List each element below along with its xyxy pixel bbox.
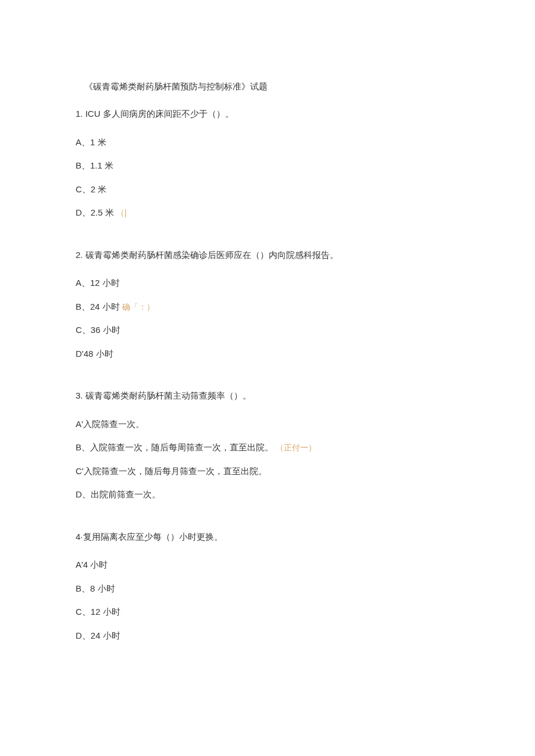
q3-option-d: D、出院前筛查一次。: [76, 488, 459, 501]
q1-option-d-text: D、2.5 米: [76, 207, 114, 217]
q4-option-a: A'4 小时: [76, 558, 459, 572]
question-4: 4·复用隔离衣应至少每（）小时更换。: [76, 531, 459, 544]
q1-option-c: C、2 米: [76, 183, 459, 196]
q2-option-d: D'48 小时: [76, 347, 459, 361]
q4-option-d: D、24 小时: [76, 629, 459, 643]
q1-option-b: B、1.1 米: [76, 159, 459, 173]
q3-option-b-annotation: （正付一）: [276, 443, 316, 452]
q4-option-c: C、12 小时: [76, 605, 459, 619]
q2-option-c: C、36 小时: [76, 324, 459, 337]
q1-option-d: D、2.5 米 （|: [76, 206, 459, 220]
document-title: 《碳青霉烯类耐药肠杆菌预防与控制标准》试题: [76, 81, 459, 92]
question-2: 2. 碳青霉烯类耐药肠杆菌感染确诊后医师应在（）内向院感科报告。: [76, 249, 459, 262]
question-3: 3. 碳青霉烯类耐药肠杆菌主动筛查频率（）。: [76, 389, 459, 403]
q1-option-d-annotation: （|: [116, 208, 127, 217]
q3-option-a: A'入院筛查一次。: [76, 418, 459, 431]
q4-option-b: B、8 小时: [76, 582, 459, 596]
q2-option-b: B、24 小时 确「：）: [76, 300, 459, 314]
q3-option-b: B、入院筛查一次，随后每周筛查一次，直至出院。 （正付一）: [76, 441, 459, 454]
question-1: 1. ICU 多人间病房的床间距不少于（）。: [76, 108, 459, 121]
q2-option-a: A、12 小时: [76, 277, 459, 290]
q3-option-c: C'入院筛查一次，随后每月筛查一次，直至出院。: [76, 465, 459, 478]
document-page: 《碳青霉烯类耐药肠杆菌预防与控制标准》试题 1. ICU 多人间病房的床间距不少…: [0, 0, 535, 699]
q2-option-b-annotation: 确「：）: [122, 302, 155, 311]
q3-option-b-text: B、入院筛查一次，随后每周筛查一次，直至出院。: [76, 442, 273, 452]
q1-option-a: A、1 米: [76, 136, 459, 149]
q2-option-b-text: B、24 小时: [76, 302, 120, 311]
